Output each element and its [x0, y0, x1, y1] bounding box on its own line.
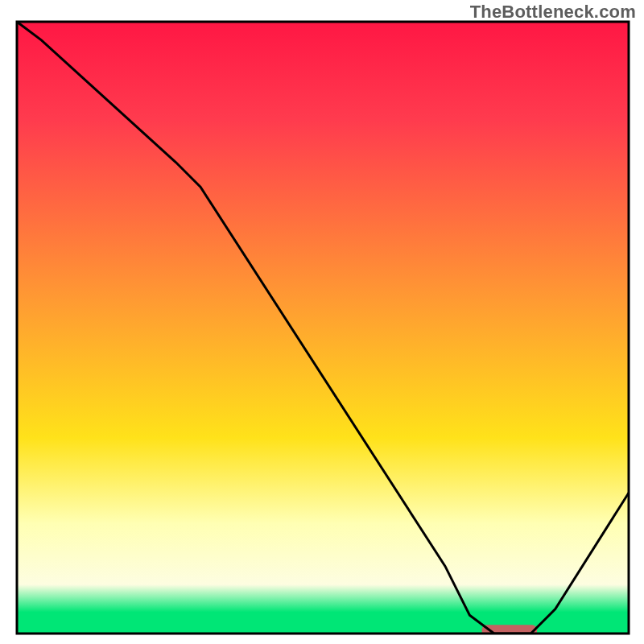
watermark-text: TheBottleneck.com [470, 2, 636, 23]
bottleneck-chart [0, 0, 644, 644]
chart-container: TheBottleneck.com [0, 0, 644, 644]
gradient-background [17, 22, 629, 634]
plot-area [17, 22, 629, 636]
